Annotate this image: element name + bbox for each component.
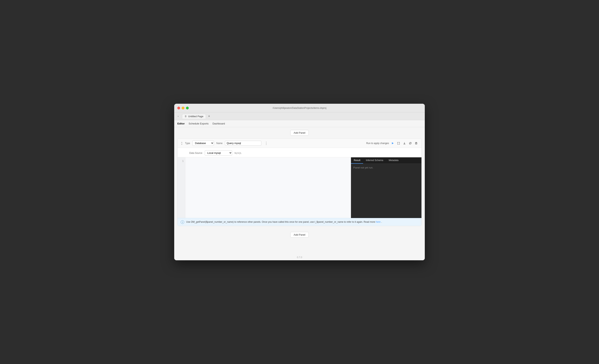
- result-content: Panel not yet run.: [351, 164, 422, 218]
- main-area: Add Panel ∧ ∨ Type Database JavaScript P…: [174, 127, 425, 254]
- datasource-label: Data Source: [189, 152, 203, 154]
- panel-type-select[interactable]: Database JavaScript Python HTTP: [193, 140, 214, 146]
- info-link[interactable]: here: [376, 221, 380, 223]
- add-panel-top-button[interactable]: Add Panel: [290, 130, 309, 136]
- svg-rect-5: [415, 143, 417, 144]
- nav-tab-dashboard[interactable]: Dashboard: [212, 122, 225, 125]
- hide-button[interactable]: [408, 141, 413, 145]
- titlebar: /Users/philipeaton/DataStationProjects/d…: [174, 104, 425, 112]
- sql-editor: 1: [177, 157, 351, 218]
- info-message: Use DM_getPanel($panel_number_or_name) t…: [186, 221, 376, 223]
- run-button[interactable]: [390, 141, 395, 145]
- delete-button[interactable]: [414, 141, 418, 145]
- add-panel-bottom-row: Add Panel: [177, 229, 422, 240]
- chevron-down-icon: ∨: [181, 143, 183, 145]
- result-tab-metadata[interactable]: Metadata: [386, 157, 401, 164]
- expand-button[interactable]: [396, 141, 401, 145]
- tab-delete-icon: 🗑: [185, 115, 187, 118]
- app-content: Editor Schedule Exports Dashboard Add Pa…: [174, 120, 425, 260]
- panel-body: Data Source Local mysql MySQL 1: [177, 148, 422, 226]
- page-toolbar: Editor Schedule Exports Dashboard: [174, 120, 425, 127]
- datasource-select[interactable]: Local mysql: [205, 150, 232, 156]
- chevron-right-icon: ›: [178, 115, 178, 118]
- plus-icon: +: [208, 114, 210, 118]
- window-title: /Users/philipeaton/DataStationProjects/d…: [273, 107, 326, 109]
- main-window: /Users/philipeaton/DataStationProjects/d…: [174, 104, 425, 260]
- info-icon: i: [181, 220, 184, 224]
- nav-tab-schedule-exports[interactable]: Schedule Exports: [189, 122, 209, 125]
- tab-bar: › 🗑 Untitled Page +: [174, 112, 425, 120]
- add-panel-top-row: Add Panel: [177, 127, 422, 138]
- editor-result-area: 1 Result Inferred Schema Metadata: [177, 157, 422, 218]
- tab-untitled-page[interactable]: 🗑 Untitled Page: [182, 114, 206, 119]
- maximize-button[interactable]: [186, 107, 189, 109]
- footer: 0.7.0: [174, 254, 425, 260]
- run-changes-label: Run to apply changes: [366, 142, 389, 145]
- panel-header: ∧ ∨ Type Database JavaScript Python HTTP…: [177, 139, 422, 148]
- result-tabs: Result Inferred Schema Metadata: [351, 157, 422, 164]
- panel-actions: Run to apply changes: [366, 141, 418, 145]
- tab-label: Untitled Page: [188, 115, 203, 118]
- result-tab-result[interactable]: Result: [351, 157, 363, 164]
- new-tab-button[interactable]: +: [207, 114, 211, 119]
- download-button[interactable]: [402, 141, 406, 145]
- result-tab-inferred-schema[interactable]: Inferred Schema: [363, 157, 386, 164]
- panel-name-input[interactable]: [225, 141, 261, 146]
- add-panel-bottom-button[interactable]: Add Panel: [290, 232, 309, 238]
- chevron-up-icon: ∧: [181, 142, 183, 143]
- panel-container: ∧ ∨ Type Database JavaScript Python HTTP…: [177, 138, 422, 226]
- version-label: 0.7.0: [297, 256, 302, 259]
- minimize-button[interactable]: [182, 107, 185, 109]
- type-label: Type: [185, 142, 190, 145]
- sql-code-input[interactable]: [187, 159, 349, 216]
- svg-marker-0: [392, 142, 394, 144]
- result-panel: Result Inferred Schema Metadata Panel no…: [351, 157, 422, 218]
- line-number-1: 1: [179, 160, 184, 162]
- datasource-row: Data Source Local mysql MySQL: [177, 148, 422, 157]
- more-options-button[interactable]: ⋮: [264, 141, 269, 145]
- traffic-lights: [177, 107, 189, 109]
- sidebar-toggle[interactable]: ›: [176, 114, 180, 119]
- datasource-type: MySQL: [235, 152, 242, 154]
- info-text: Use DM_getPanel($panel_number_or_name) t…: [186, 220, 418, 224]
- close-button[interactable]: [177, 107, 180, 109]
- result-empty-message: Panel not yet run.: [353, 166, 373, 169]
- panel-collapse-button[interactable]: ∧ ∨: [181, 142, 183, 145]
- nav-tab-editor[interactable]: Editor: [177, 122, 185, 125]
- name-label: Name: [216, 142, 223, 145]
- info-suffix: .: [381, 221, 382, 223]
- line-numbers: 1: [177, 157, 185, 218]
- info-bar: i Use DM_getPanel($panel_number_or_name)…: [177, 218, 422, 226]
